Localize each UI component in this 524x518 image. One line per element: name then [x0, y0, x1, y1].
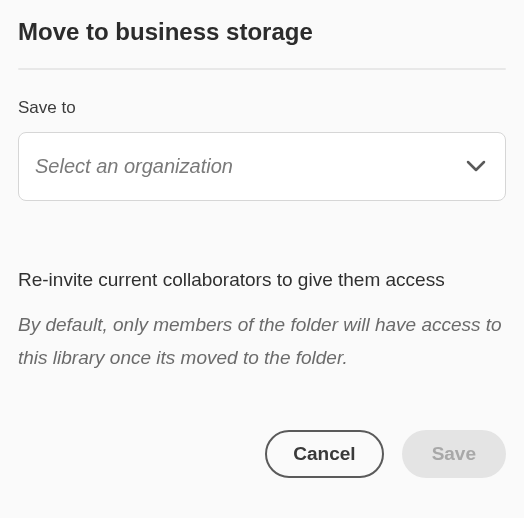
reinvite-heading: Re-invite current collaborators to give …: [18, 269, 506, 291]
save-button[interactable]: Save: [402, 430, 506, 478]
organization-select-placeholder: Select an organization: [35, 155, 233, 178]
reinvite-description: By default, only members of the folder w…: [18, 309, 506, 374]
save-to-label: Save to: [18, 98, 506, 118]
divider: [18, 68, 506, 70]
organization-select[interactable]: Select an organization: [18, 132, 506, 201]
dialog-title: Move to business storage: [18, 18, 506, 46]
cancel-button[interactable]: Cancel: [265, 430, 383, 478]
button-row: Cancel Save: [18, 430, 506, 478]
organization-select-wrapper: Select an organization: [18, 132, 506, 201]
